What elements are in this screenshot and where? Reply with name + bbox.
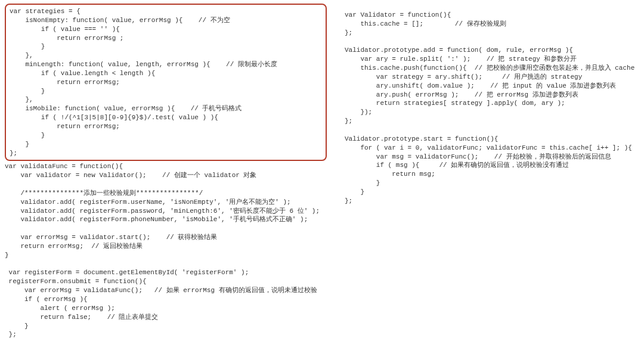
strategies-code: var strategies = { isNonEmpty: function(… — [10, 7, 322, 157]
highlighted-code-box: var strategies = { isNonEmpty: function(… — [5, 4, 327, 161]
validata-func-code: var validataFunc = function(){ var valid… — [5, 162, 327, 338]
code-figure: { "left": { "boxed": "var strategies = {… — [0, 0, 644, 338]
columns: var strategies = { isNonEmpty: function(… — [5, 4, 639, 338]
left-column: var strategies = { isNonEmpty: function(… — [5, 4, 327, 338]
validator-class-code: var Validator = function(){ this.cache =… — [345, 11, 639, 206]
right-column: var Validator = function(){ this.cache =… — [345, 4, 639, 338]
